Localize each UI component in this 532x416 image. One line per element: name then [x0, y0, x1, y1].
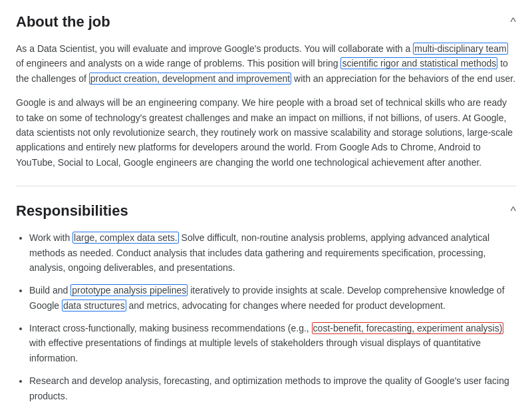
- page-container: About the job ^ As a Data Scientist, you…: [0, 0, 532, 416]
- about-paragraph-1: As a Data Scientist, you will evaluate a…: [16, 41, 516, 86]
- highlight-prototype-pipelines: prototype analysis pipelines: [70, 284, 188, 296]
- responsibilities-section-body: Work with large, complex data sets. Solv…: [16, 230, 516, 403]
- highlight-cost-benefit: cost-benefit, forecasting, experiment an…: [312, 322, 504, 334]
- list-item: Work with large, complex data sets. Solv…: [29, 230, 516, 275]
- list-item: Build and prototype analysis pipelines i…: [29, 283, 516, 313]
- about-section-title: About the job: [16, 13, 110, 31]
- responsibilities-section-title: Responsibilities: [16, 202, 128, 220]
- about-paragraph-2: Google is and always will be an engineer…: [16, 95, 516, 170]
- about-section-header: About the job ^: [16, 13, 516, 31]
- highlight-large-complex-data: large, complex data sets.: [72, 232, 179, 244]
- responsibilities-chevron-icon[interactable]: ^: [511, 204, 516, 218]
- list-item: Interact cross-functionally, making busi…: [29, 321, 516, 365]
- about-chevron-icon[interactable]: ^: [511, 15, 516, 29]
- highlight-multi-disciplinary-team: multi-disciplinary team: [413, 43, 507, 55]
- responsibilities-list: Work with large, complex data sets. Solv…: [16, 230, 516, 403]
- highlight-scientific-rigor: scientific rigor and statistical methods: [340, 57, 497, 69]
- responsibilities-section-header: Responsibilities ^: [16, 202, 516, 220]
- about-section: About the job ^ As a Data Scientist, you…: [16, 13, 516, 186]
- highlight-product-creation: product creation, development and improv…: [89, 73, 291, 85]
- responsibilities-section: Responsibilities ^ Work with large, comp…: [16, 202, 516, 403]
- list-item: Research and develop analysis, forecasti…: [29, 373, 516, 403]
- highlight-data-structures: data structures: [62, 300, 126, 312]
- about-section-body: As a Data Scientist, you will evaluate a…: [16, 41, 516, 170]
